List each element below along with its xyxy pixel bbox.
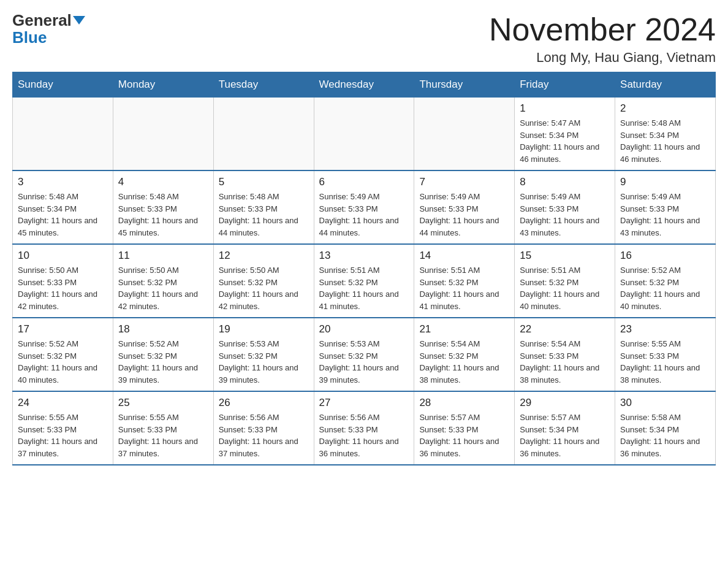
logo-general: General	[12, 12, 72, 28]
calendar-cell: 11Sunrise: 5:50 AM Sunset: 5:32 PM Dayli…	[113, 244, 213, 318]
day-info: Sunrise: 5:58 AM Sunset: 5:34 PM Dayligh…	[620, 412, 710, 459]
day-info: Sunrise: 5:57 AM Sunset: 5:34 PM Dayligh…	[520, 412, 610, 459]
day-number: 12	[219, 250, 309, 262]
calendar-cell: 9Sunrise: 5:49 AM Sunset: 5:33 PM Daylig…	[615, 170, 716, 244]
calendar-cell: 4Sunrise: 5:48 AM Sunset: 5:33 PM Daylig…	[113, 170, 213, 244]
calendar-cell: 28Sunrise: 5:57 AM Sunset: 5:33 PM Dayli…	[414, 391, 515, 465]
calendar-cell	[13, 98, 113, 171]
day-number: 10	[18, 250, 108, 262]
subtitle: Long My, Hau Giang, Vietnam	[489, 50, 716, 66]
day-number: 23	[620, 323, 710, 335]
day-number: 27	[319, 397, 409, 409]
calendar-cell: 15Sunrise: 5:51 AM Sunset: 5:32 PM Dayli…	[515, 244, 615, 318]
day-number: 3	[18, 176, 108, 188]
day-number: 13	[319, 250, 409, 262]
calendar-table: SundayMondayTuesdayWednesdayThursdayFrid…	[12, 72, 716, 465]
title-area: November 2024 Long My, Hau Giang, Vietna…	[489, 12, 716, 66]
day-info: Sunrise: 5:50 AM Sunset: 5:32 PM Dayligh…	[118, 264, 208, 312]
day-number: 25	[118, 397, 208, 409]
day-info: Sunrise: 5:50 AM Sunset: 5:32 PM Dayligh…	[219, 264, 309, 312]
calendar-cell: 19Sunrise: 5:53 AM Sunset: 5:32 PM Dayli…	[213, 318, 314, 391]
weekday-header-monday: Monday	[113, 72, 213, 98]
day-number: 16	[620, 250, 710, 262]
calendar-cell: 12Sunrise: 5:50 AM Sunset: 5:32 PM Dayli…	[213, 244, 314, 318]
calendar-cell: 6Sunrise: 5:49 AM Sunset: 5:33 PM Daylig…	[314, 170, 414, 244]
calendar-week-3: 10Sunrise: 5:50 AM Sunset: 5:33 PM Dayli…	[13, 244, 716, 318]
day-info: Sunrise: 5:53 AM Sunset: 5:32 PM Dayligh…	[319, 338, 409, 386]
calendar-cell: 20Sunrise: 5:53 AM Sunset: 5:32 PM Dayli…	[314, 318, 414, 391]
weekday-header-thursday: Thursday	[414, 72, 515, 98]
day-info: Sunrise: 5:49 AM Sunset: 5:33 PM Dayligh…	[620, 191, 710, 239]
calendar-cell	[314, 98, 414, 171]
day-info: Sunrise: 5:50 AM Sunset: 5:33 PM Dayligh…	[18, 264, 108, 312]
logo-arrow-icon	[73, 16, 85, 25]
calendar-week-4: 17Sunrise: 5:52 AM Sunset: 5:32 PM Dayli…	[13, 318, 716, 391]
day-number: 14	[419, 250, 509, 262]
day-number: 9	[620, 176, 710, 188]
logo-blue: Blue	[12, 28, 47, 47]
calendar-cell: 26Sunrise: 5:56 AM Sunset: 5:33 PM Dayli…	[213, 391, 314, 465]
calendar-week-5: 24Sunrise: 5:55 AM Sunset: 5:33 PM Dayli…	[13, 391, 716, 465]
calendar-week-2: 3Sunrise: 5:48 AM Sunset: 5:34 PM Daylig…	[13, 170, 716, 244]
day-number: 28	[419, 397, 509, 409]
calendar-cell: 30Sunrise: 5:58 AM Sunset: 5:34 PM Dayli…	[615, 391, 716, 465]
day-number: 21	[419, 323, 509, 335]
day-number: 1	[520, 102, 610, 115]
day-info: Sunrise: 5:48 AM Sunset: 5:33 PM Dayligh…	[118, 191, 208, 239]
calendar-cell	[213, 98, 314, 171]
day-number: 24	[18, 397, 108, 409]
day-number: 19	[219, 323, 309, 335]
day-number: 17	[18, 323, 108, 335]
day-number: 6	[319, 176, 409, 188]
day-info: Sunrise: 5:55 AM Sunset: 5:33 PM Dayligh…	[620, 338, 710, 386]
calendar-cell: 16Sunrise: 5:52 AM Sunset: 5:32 PM Dayli…	[615, 244, 716, 318]
calendar-cell: 29Sunrise: 5:57 AM Sunset: 5:34 PM Dayli…	[515, 391, 615, 465]
weekday-header-saturday: Saturday	[615, 72, 716, 98]
calendar-week-1: 1Sunrise: 5:47 AM Sunset: 5:34 PM Daylig…	[13, 98, 716, 171]
calendar-cell: 25Sunrise: 5:55 AM Sunset: 5:33 PM Dayli…	[113, 391, 213, 465]
day-info: Sunrise: 5:57 AM Sunset: 5:33 PM Dayligh…	[419, 412, 509, 459]
day-number: 26	[219, 397, 309, 409]
page-header: General Blue November 2024 Long My, Hau …	[12, 12, 716, 66]
calendar-cell: 13Sunrise: 5:51 AM Sunset: 5:32 PM Dayli…	[314, 244, 414, 318]
day-info: Sunrise: 5:52 AM Sunset: 5:32 PM Dayligh…	[118, 338, 208, 386]
day-info: Sunrise: 5:55 AM Sunset: 5:33 PM Dayligh…	[118, 412, 208, 459]
day-number: 15	[520, 250, 610, 262]
calendar-cell: 1Sunrise: 5:47 AM Sunset: 5:34 PM Daylig…	[515, 98, 615, 171]
day-info: Sunrise: 5:48 AM Sunset: 5:34 PM Dayligh…	[18, 191, 108, 239]
day-number: 30	[620, 397, 710, 409]
day-info: Sunrise: 5:48 AM Sunset: 5:33 PM Dayligh…	[219, 191, 309, 239]
calendar-cell: 17Sunrise: 5:52 AM Sunset: 5:32 PM Dayli…	[13, 318, 113, 391]
day-number: 18	[118, 323, 208, 335]
day-number: 29	[520, 397, 610, 409]
main-title: November 2024	[489, 12, 716, 47]
day-info: Sunrise: 5:49 AM Sunset: 5:33 PM Dayligh…	[419, 191, 509, 239]
calendar-cell: 7Sunrise: 5:49 AM Sunset: 5:33 PM Daylig…	[414, 170, 515, 244]
weekday-header-sunday: Sunday	[13, 72, 113, 98]
calendar-cell: 8Sunrise: 5:49 AM Sunset: 5:33 PM Daylig…	[515, 170, 615, 244]
day-info: Sunrise: 5:55 AM Sunset: 5:33 PM Dayligh…	[18, 412, 108, 459]
day-number: 5	[219, 176, 309, 188]
day-number: 8	[520, 176, 610, 188]
calendar-cell: 27Sunrise: 5:56 AM Sunset: 5:33 PM Dayli…	[314, 391, 414, 465]
calendar-cell	[414, 98, 515, 171]
day-info: Sunrise: 5:54 AM Sunset: 5:33 PM Dayligh…	[520, 338, 610, 386]
calendar-cell: 23Sunrise: 5:55 AM Sunset: 5:33 PM Dayli…	[615, 318, 716, 391]
day-info: Sunrise: 5:51 AM Sunset: 5:32 PM Dayligh…	[419, 264, 509, 312]
day-number: 22	[520, 323, 610, 335]
calendar-cell: 2Sunrise: 5:48 AM Sunset: 5:34 PM Daylig…	[615, 98, 716, 171]
weekday-header-row: SundayMondayTuesdayWednesdayThursdayFrid…	[13, 72, 716, 98]
logo: General Blue	[12, 12, 85, 47]
day-info: Sunrise: 5:52 AM Sunset: 5:32 PM Dayligh…	[18, 338, 108, 386]
day-info: Sunrise: 5:52 AM Sunset: 5:32 PM Dayligh…	[620, 264, 710, 312]
day-number: 2	[620, 102, 710, 115]
weekday-header-friday: Friday	[515, 72, 615, 98]
calendar-cell: 22Sunrise: 5:54 AM Sunset: 5:33 PM Dayli…	[515, 318, 615, 391]
calendar-cell: 18Sunrise: 5:52 AM Sunset: 5:32 PM Dayli…	[113, 318, 213, 391]
day-info: Sunrise: 5:56 AM Sunset: 5:33 PM Dayligh…	[319, 412, 409, 459]
day-number: 20	[319, 323, 409, 335]
calendar-cell: 5Sunrise: 5:48 AM Sunset: 5:33 PM Daylig…	[213, 170, 314, 244]
calendar-cell	[113, 98, 213, 171]
day-info: Sunrise: 5:54 AM Sunset: 5:32 PM Dayligh…	[419, 338, 509, 386]
calendar-cell: 24Sunrise: 5:55 AM Sunset: 5:33 PM Dayli…	[13, 391, 113, 465]
